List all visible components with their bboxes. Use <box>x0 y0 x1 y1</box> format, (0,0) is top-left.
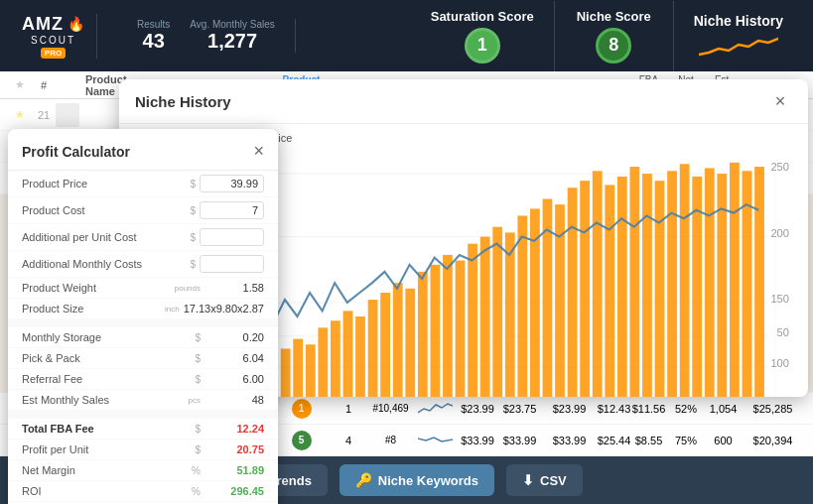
calc-label-storage: Monthly Storage <box>22 331 181 343</box>
svg-rect-62 <box>754 167 764 397</box>
calc-label-add-monthly: Additional Monthly Costs <box>22 258 176 270</box>
calc-gap-2 <box>8 411 278 419</box>
calc-label-roi: ROI <box>22 485 181 497</box>
svg-rect-30 <box>355 316 365 397</box>
svg-rect-48 <box>580 181 590 397</box>
profit-calculator: Profit Calculator × Product Price $ Prod… <box>8 129 278 504</box>
svg-text:200: 200 <box>770 227 789 239</box>
svg-rect-31 <box>368 300 378 397</box>
calc-unit-add-monthly: $ <box>176 259 196 270</box>
calc-label-referral: Referral Fee <box>22 373 181 385</box>
calc-value-profit-unit: 20.75 <box>204 443 264 455</box>
calc-unit-profit-unit: $ <box>181 444 201 455</box>
svg-text:150: 150 <box>770 293 789 305</box>
calc-row-pick-pack: Pick & Pack $ 6.04 <box>8 348 278 369</box>
logo-scout-text: SCOUT <box>31 35 75 46</box>
calc-value-weight: 1.58 <box>204 282 264 294</box>
calc-gap-1 <box>8 319 278 327</box>
svg-rect-35 <box>418 272 428 397</box>
csv-icon: ⬇ <box>522 472 534 488</box>
logo-pro-badge: PRO <box>41 48 66 59</box>
calc-title: Profit Calculator <box>22 144 130 160</box>
niche-keywords-button[interactable]: 🔑 Niche Keywords <box>339 464 494 496</box>
scores-area: Saturation Score 1 Niche Score 8 Niche H… <box>306 1 803 71</box>
calc-row-est-sales: Est Monthly Sales pcs 48 <box>8 390 278 411</box>
calc-row-product-price: Product Price $ <box>8 171 278 197</box>
modal-header: Niche History × <box>119 79 808 124</box>
niche-keywords-icon: 🔑 <box>355 472 372 488</box>
saturation-score-value: 1 <box>477 35 487 56</box>
svg-rect-29 <box>343 311 353 397</box>
calc-row-add-unit: Additional per Unit Cost $ <box>8 224 278 251</box>
results-value: 43 <box>137 30 170 53</box>
calc-close-button[interactable]: × <box>253 141 264 162</box>
svg-rect-52 <box>630 167 640 397</box>
niche-history-sparkline <box>699 35 778 59</box>
calc-unit-est-sales: pcs <box>166 396 201 405</box>
calc-row-net-margin: Net Margin % 51.89 <box>8 460 278 481</box>
calc-value-est-sales: 48 <box>204 394 264 406</box>
calc-row-product-cost: Product Cost $ <box>8 197 278 224</box>
svg-rect-34 <box>405 289 415 397</box>
svg-rect-59 <box>717 174 727 397</box>
niche-score-box: Niche Score 8 <box>555 1 674 71</box>
calc-input-add-monthly[interactable] <box>200 255 264 273</box>
calc-unit-pick-pack: $ <box>181 353 201 364</box>
td-img <box>56 103 85 127</box>
saturation-score-circle: 1 <box>465 28 500 63</box>
calc-row-profit-unit: Profit per Unit $ 20.75 <box>8 440 278 460</box>
calc-row-size: Product Size inch 17.13x9.80x2.87 <box>8 299 278 319</box>
svg-rect-28 <box>331 320 340 397</box>
calc-label-product-cost: Product Cost <box>22 204 176 216</box>
csv-button[interactable]: ⬇ CSV <box>506 464 583 496</box>
calc-input-add-unit[interactable] <box>200 228 264 246</box>
calc-label-net-margin: Net Margin <box>22 464 181 476</box>
svg-rect-26 <box>306 344 316 397</box>
modal-close-button[interactable]: × <box>768 89 792 113</box>
top-header: AMZ 🔥 SCOUT PRO Results 43 Avg. Monthly … <box>0 0 813 71</box>
calc-unit-storage: $ <box>181 332 201 343</box>
results-stat: Results 43 <box>137 19 170 53</box>
td-num: 21 <box>32 109 56 121</box>
calc-value-referral: 6.00 <box>204 373 264 385</box>
calc-value-net-margin: 51.89 <box>204 464 264 476</box>
calc-unit-size: inch <box>145 305 180 314</box>
calc-header: Profit Calculator × <box>8 129 278 171</box>
niche-score-value: 8 <box>609 35 618 56</box>
logo-fire-icon: 🔥 <box>68 16 84 32</box>
niche-history-box[interactable]: Niche History <box>674 1 803 71</box>
modal-title: Niche History <box>135 93 231 110</box>
calc-row-roi: ROI % 296.45 <box>8 481 278 502</box>
niche-history-label: Niche History <box>694 13 783 29</box>
calc-input-product-price[interactable] <box>200 175 264 192</box>
svg-text:50: 50 <box>777 326 789 338</box>
calc-value-pick-pack: 6.04 <box>204 352 264 364</box>
svg-rect-43 <box>517 215 527 397</box>
svg-rect-24 <box>281 348 291 397</box>
svg-rect-39 <box>468 244 477 397</box>
calc-input-product-cost[interactable] <box>200 201 264 219</box>
svg-rect-37 <box>443 255 453 397</box>
svg-rect-38 <box>456 261 466 397</box>
calc-unit-roi: % <box>181 486 201 497</box>
csv-label: CSV <box>540 473 567 488</box>
svg-rect-40 <box>480 237 490 397</box>
results-label: Results <box>137 19 170 30</box>
calc-label-total-fba: Total FBA Fee <box>22 423 181 435</box>
saturation-score-label: Saturation Score <box>431 9 534 24</box>
stats-area: Results 43 Avg. Monthly Sales 1,277 <box>117 19 296 53</box>
saturation-score-box: Saturation Score 1 <box>411 1 555 71</box>
calc-unit-product-price: $ <box>176 179 196 189</box>
calc-label-weight: Product Weight <box>22 282 166 294</box>
th-star: ★ <box>8 78 32 91</box>
svg-rect-32 <box>380 293 390 397</box>
niche-score-label: Niche Score <box>577 9 651 24</box>
svg-rect-49 <box>593 171 603 397</box>
calc-value-size: 17.13x9.80x2.87 <box>184 303 264 315</box>
niche-keywords-label: Niche Keywords <box>378 473 478 488</box>
svg-rect-45 <box>543 199 553 397</box>
svg-rect-56 <box>680 164 690 397</box>
calc-label-profit-unit: Profit per Unit <box>22 443 181 455</box>
logo-amz-text: AMZ <box>22 14 64 35</box>
calc-unit-product-cost: $ <box>176 205 196 216</box>
